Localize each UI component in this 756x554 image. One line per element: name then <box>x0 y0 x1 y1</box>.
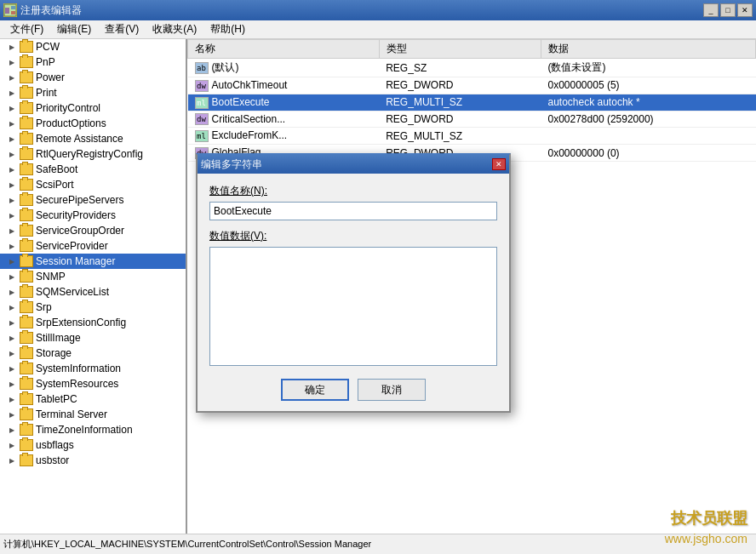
expand-arrow[interactable]: ▶ <box>7 103 17 113</box>
expand-arrow[interactable]: ▶ <box>7 72 17 83</box>
folder-icon <box>20 286 33 298</box>
dialog-close-button[interactable]: ✕ <box>492 158 506 170</box>
tree-item[interactable]: ▶TimeZoneInformation <box>0 422 186 437</box>
tree-item[interactable]: ▶usbflags <box>0 437 186 453</box>
folder-icon <box>20 71 33 83</box>
expand-arrow[interactable]: ▶ <box>7 363 17 374</box>
expand-arrow[interactable]: ▶ <box>7 348 17 358</box>
expand-arrow[interactable]: ▶ <box>7 333 17 343</box>
tree-item-label: Session Manager <box>36 255 115 267</box>
tree-item-label: ProductOptions <box>36 117 106 129</box>
tree-item[interactable]: ▶SNMP <box>0 269 186 284</box>
expand-arrow[interactable]: ▶ <box>7 256 17 266</box>
menu-favorites[interactable]: 收藏夹(A) <box>146 20 203 38</box>
close-button[interactable]: ✕ <box>737 3 753 17</box>
expand-arrow[interactable]: ▶ <box>7 302 17 312</box>
name-input[interactable] <box>209 202 497 220</box>
expand-arrow[interactable]: ▶ <box>7 226 17 236</box>
expand-arrow[interactable]: ▶ <box>7 379 17 389</box>
tree-item[interactable]: ▶RtlQueryRegistryConfig <box>0 146 186 162</box>
tree-item[interactable]: ▶Terminal Server <box>0 407 186 422</box>
tree-item[interactable]: ▶SystemResources <box>0 376 186 391</box>
expand-arrow[interactable]: ▶ <box>7 57 17 67</box>
tree-item[interactable]: ▶SrpExtensionConfig <box>0 315 186 330</box>
tree-item-label: SNMP <box>36 271 66 283</box>
folder-icon <box>20 393 33 405</box>
expand-arrow[interactable]: ▶ <box>7 118 17 129</box>
tree-item[interactable]: ▶StillImage <box>0 330 186 346</box>
tree-item[interactable]: ▶PCW <box>0 39 186 54</box>
tree-item[interactable]: ▶SecurePipeServers <box>0 192 186 208</box>
expand-arrow[interactable]: ▶ <box>7 455 17 465</box>
expand-arrow[interactable]: ▶ <box>7 241 17 251</box>
tree-item[interactable]: ▶Storage <box>0 346 186 361</box>
expand-arrow[interactable]: ▶ <box>7 134 17 144</box>
tree-item[interactable]: ▶Remote Assistance <box>0 131 186 146</box>
edit-multistring-dialog[interactable]: 编辑多字符串 ✕ 数值名称(N): 数值数据(V): 确定 取消 <box>196 153 511 413</box>
table-row[interactable]: mlExcludeFromK...REG_MULTI_SZ <box>188 128 756 145</box>
tree-item-label: ServiceGroupOrder <box>36 225 124 237</box>
maximize-button[interactable]: □ <box>720 3 736 17</box>
folder-icon <box>20 194 33 206</box>
tree-item[interactable]: ▶TabletPC <box>0 391 186 407</box>
tree-item-label: PriorityControl <box>36 102 100 114</box>
cell-type: REG_SZ <box>379 59 541 77</box>
table-row[interactable]: dwAutoChkTimeoutREG_DWORD0x00000005 (5) <box>188 77 756 94</box>
tree-item[interactable]: ▶Power <box>0 70 186 85</box>
tree-item[interactable]: ▶SecurityProviders <box>0 208 186 223</box>
tree-item-label: SystemInformation <box>36 363 121 374</box>
menu-file[interactable]: 文件(F) <box>3 20 50 38</box>
tree-item[interactable]: ▶SafeBoot <box>0 162 186 177</box>
tree-item[interactable]: ▶Srp <box>0 300 186 315</box>
expand-arrow[interactable]: ▶ <box>7 287 17 297</box>
expand-arrow[interactable]: ▶ <box>7 425 17 435</box>
expand-arrow[interactable]: ▶ <box>7 210 17 220</box>
expand-arrow[interactable]: ▶ <box>7 394 17 404</box>
tree-item-label: PCW <box>36 41 60 53</box>
menu-edit[interactable]: 编辑(E) <box>50 20 98 38</box>
table-row[interactable]: ab(默认)REG_SZ(数值未设置) <box>188 59 756 77</box>
table-row[interactable]: mlBootExecuteREG_MULTI_SZautocheck autoc… <box>188 94 756 111</box>
tree-item[interactable]: ▶ServiceProvider <box>0 238 186 254</box>
expand-arrow[interactable]: ▶ <box>7 88 17 98</box>
expand-arrow[interactable]: ▶ <box>7 149 17 159</box>
cancel-button[interactable]: 取消 <box>358 379 426 401</box>
tree-item-label: SafeBoot <box>36 163 77 175</box>
expand-arrow[interactable]: ▶ <box>7 440 17 450</box>
tree-item[interactable]: ▶Session Manager <box>0 254 186 269</box>
expand-arrow[interactable]: ▶ <box>7 180 17 190</box>
tree-item-label: SrpExtensionConfig <box>36 317 126 328</box>
expand-arrow[interactable]: ▶ <box>7 271 17 282</box>
dw-icon: dw <box>195 80 209 92</box>
tree-item-label: Power <box>36 71 65 83</box>
folder-icon <box>20 225 33 237</box>
tree-item[interactable]: ▶SQMServiceList <box>0 284 186 300</box>
menu-bar: 文件(F) 编辑(E) 查看(V) 收藏夹(A) 帮助(H) <box>0 20 756 39</box>
folder-icon <box>20 363 33 374</box>
menu-help[interactable]: 帮助(H) <box>203 20 252 38</box>
tree-item[interactable]: ▶ServiceGroupOrder <box>0 223 186 238</box>
cell-data: (数值未设置) <box>541 59 755 77</box>
expand-arrow[interactable]: ▶ <box>7 195 17 205</box>
minimize-button[interactable]: _ <box>703 3 719 17</box>
expand-arrow[interactable]: ▶ <box>7 409 17 420</box>
tree-item[interactable]: ▶ScsiPort <box>0 177 186 192</box>
tree-item[interactable]: ▶Print <box>0 85 186 100</box>
tree-item-label: usbflags <box>36 439 74 451</box>
tree-item[interactable]: ▶ProductOptions <box>0 116 186 131</box>
folder-icon <box>20 117 33 129</box>
expand-arrow[interactable]: ▶ <box>7 164 17 174</box>
expand-arrow[interactable]: ▶ <box>7 317 17 328</box>
menu-view[interactable]: 查看(V) <box>98 20 146 38</box>
ok-button[interactable]: 确定 <box>281 379 349 401</box>
data-textarea[interactable] <box>209 247 497 366</box>
tree-item-label: Srp <box>36 301 52 313</box>
cell-name: dwAutoChkTimeout <box>188 77 380 94</box>
tree-panel[interactable]: ▶PCW▶PnP▶Power▶Print▶PriorityControl▶Pro… <box>0 39 187 534</box>
table-row[interactable]: dwCriticalSection...REG_DWORD0x00278d00 … <box>188 111 756 128</box>
tree-item[interactable]: ▶PriorityControl <box>0 100 186 116</box>
tree-item[interactable]: ▶SystemInformation <box>0 361 186 376</box>
tree-item[interactable]: ▶PnP <box>0 54 186 70</box>
expand-arrow[interactable]: ▶ <box>7 42 17 52</box>
tree-item[interactable]: ▶usbstor <box>0 453 186 468</box>
